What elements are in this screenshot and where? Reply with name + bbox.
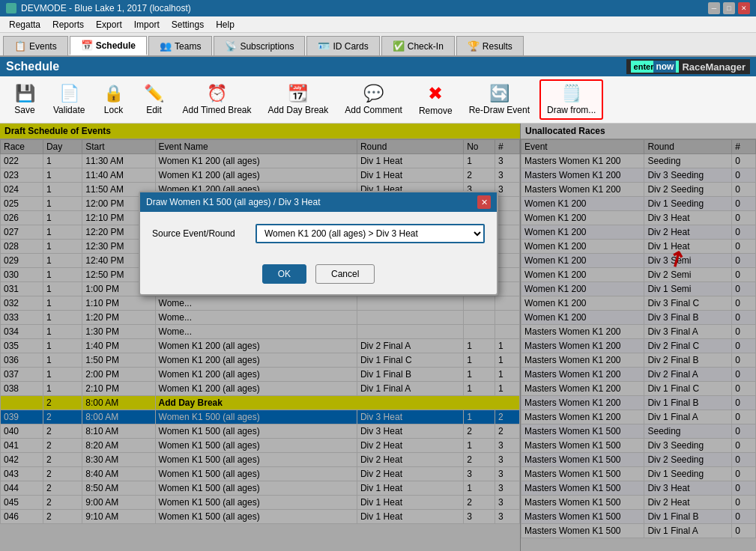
tab-schedule-label: Schedule — [96, 40, 136, 51]
tab-checkin-label: Check-In — [408, 41, 444, 52]
tab-subscriptions[interactable]: 📡 Subscriptions — [214, 36, 305, 55]
maximize-button[interactable]: □ — [723, 2, 735, 14]
titlebar: DEVMODE - Blue Lake 1, 2017 (localhost) … — [0, 0, 756, 16]
schedule-icon: 📅 — [81, 40, 93, 51]
close-button[interactable]: ✕ — [738, 2, 750, 14]
menubar: Regatta Reports Export Import Settings H… — [0, 16, 756, 33]
idcards-icon: 🪪 — [318, 40, 330, 52]
save-icon: 💾 — [15, 84, 35, 103]
save-button[interactable]: 💾 Save — [6, 80, 43, 119]
redraw-icon: 🔄 — [489, 84, 509, 103]
tab-subscriptions-label: Subscriptions — [240, 41, 294, 52]
teams-icon: 👥 — [160, 40, 172, 52]
tab-teams-label: Teams — [175, 41, 201, 52]
modal-source-dropdown[interactable]: Women K1 200 (all ages) > Div 3 Heat Wom… — [255, 224, 485, 243]
menu-settings[interactable]: Settings — [166, 18, 210, 31]
page-title: Schedule — [6, 60, 59, 73]
checkin-icon: ✅ — [393, 40, 405, 52]
lock-label: Lock — [104, 105, 123, 115]
tab-events[interactable]: 📋 Events — [3, 36, 68, 55]
validate-button[interactable]: 📄 Validate — [46, 80, 91, 119]
menu-import[interactable]: Import — [128, 18, 166, 31]
modal-titlebar: Draw Women K1 500 (all ages) / Div 3 Hea… — [140, 192, 497, 212]
validate-icon: 📄 — [59, 84, 79, 103]
lock-icon: 🔒 — [103, 84, 124, 103]
modal-ok-button[interactable]: OK — [262, 264, 306, 284]
titlebar-controls: ─ □ ✕ — [708, 2, 750, 14]
draw-modal: Draw Women K1 500 (all ages) / Div 3 Hea… — [139, 191, 498, 296]
modal-source-row: Source Event/Round Women K1 200 (all age… — [152, 224, 485, 243]
logo-racemanager: RaceManager — [682, 61, 746, 73]
modal-overlay: Draw Women K1 500 (all ages) / Div 3 Hea… — [0, 124, 756, 551]
edit-label: Edit — [146, 105, 162, 115]
draw-from-label: Draw from... — [547, 105, 596, 115]
menu-export[interactable]: Export — [90, 18, 128, 31]
menu-help[interactable]: Help — [210, 18, 241, 31]
tab-idcards[interactable]: 🪪 ID Cards — [306, 36, 379, 55]
timed-break-icon: ⏰ — [207, 84, 227, 103]
modal-close-button[interactable]: ✕ — [477, 195, 491, 209]
page-header: Schedule enternow RaceManager — [0, 57, 756, 76]
app-icon — [6, 3, 16, 13]
add-comment-label: Add Comment — [345, 105, 402, 115]
add-comment-button[interactable]: 💬 Add Comment — [338, 80, 409, 119]
add-timed-break-button[interactable]: ⏰ Add Timed Break — [175, 80, 258, 119]
tab-checkin[interactable]: ✅ Check-In — [381, 36, 455, 55]
add-day-break-button[interactable]: 📆 Add Day Break — [261, 80, 336, 119]
modal-cancel-button[interactable]: Cancel — [315, 264, 375, 284]
modal-footer: OK Cancel — [140, 258, 497, 294]
draw-from-icon: 🗒️ — [561, 84, 581, 103]
validate-label: Validate — [53, 105, 85, 115]
titlebar-text: DEVMODE - Blue Lake 1, 2017 (localhost) — [21, 3, 191, 13]
redraw-button[interactable]: 🔄 Re-Draw Event — [462, 80, 536, 119]
lock-button[interactable]: 🔒 Lock — [94, 80, 132, 119]
enternow-logo: enternow RaceManager — [626, 59, 750, 74]
edit-icon: ✏️ — [144, 84, 164, 103]
modal-source-label: Source Event/Round — [152, 228, 250, 239]
menu-regatta[interactable]: Regatta — [3, 18, 46, 31]
remove-icon: ✖ — [428, 83, 443, 104]
tab-results[interactable]: 🏆 Results — [456, 36, 524, 55]
add-day-break-label: Add Day Break — [268, 105, 329, 115]
edit-button[interactable]: ✏️ Edit — [135, 80, 172, 119]
results-icon: 🏆 — [468, 40, 480, 52]
tab-teams[interactable]: 👥 Teams — [148, 36, 212, 55]
minimize-button[interactable]: ─ — [708, 2, 720, 14]
tab-schedule[interactable]: 📅 Schedule — [70, 36, 147, 55]
remove-label: Remove — [419, 106, 453, 116]
subscriptions-icon: 📡 — [225, 40, 237, 52]
modal-body: Source Event/Round Women K1 200 (all age… — [140, 212, 497, 258]
tab-results-label: Results — [483, 41, 512, 52]
events-icon: 📋 — [14, 40, 26, 52]
menu-reports[interactable]: Reports — [46, 18, 90, 31]
toolbar: 💾 Save 📄 Validate 🔒 Lock ✏️ Edit ⏰ Add T… — [0, 76, 756, 124]
logo-box: enternow — [631, 61, 680, 73]
tab-events-label: Events — [29, 41, 57, 52]
tabbar: 📋 Events 📅 Schedule 👥 Teams 📡 Subscripti… — [0, 33, 756, 57]
draw-from-button[interactable]: 🗒️ Draw from... — [539, 79, 603, 120]
main-content: Draft Schedule of Events Race Day Start … — [0, 124, 756, 551]
redraw-label: Re-Draw Event — [469, 105, 530, 115]
remove-button[interactable]: ✖ Remove — [412, 79, 459, 120]
modal-title: Draw Women K1 500 (all ages) / Div 3 Hea… — [146, 197, 321, 207]
comment-icon: 💬 — [363, 84, 384, 103]
save-label: Save — [14, 105, 34, 115]
add-timed-break-label: Add Timed Break — [182, 105, 251, 115]
day-break-icon: 📆 — [288, 84, 308, 103]
tab-idcards-label: ID Cards — [333, 41, 368, 52]
